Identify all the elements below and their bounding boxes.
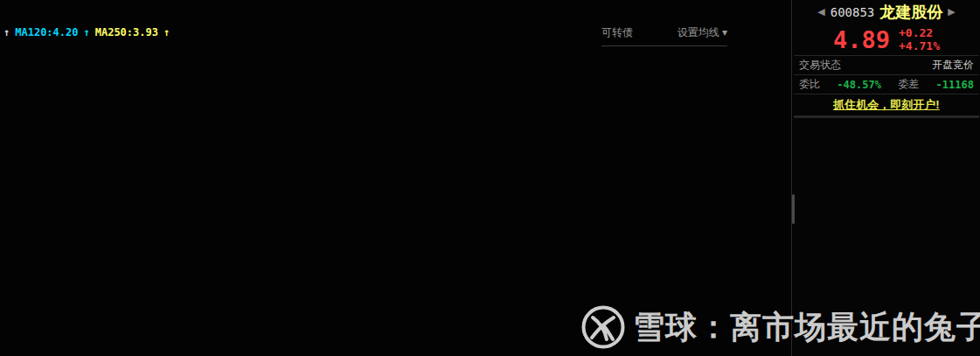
convertible-bond-link[interactable]: 可转债 [601, 25, 633, 40]
weibi-value: -48.57% [837, 79, 881, 91]
up-arrow-icon: ↑ [163, 26, 170, 38]
ma250-label: MA250:3.93 [95, 26, 158, 38]
trade-status-value: 开盘竞价 [932, 58, 974, 73]
trade-status-label: 交易状态 [799, 58, 841, 73]
chart-sub-links: 可转债 设置均线 ▾ [601, 25, 727, 46]
panel-scrollbar[interactable] [792, 194, 795, 224]
stock-app-window: ↑ MA120:4.20 ↑ MA250:3.93 ↑ 可转债 设置均线 ▾ ◀… [0, 0, 980, 356]
change-percent: +4.71% [899, 39, 940, 52]
last-price: 4.89 [833, 26, 890, 53]
ma-indicator-row: ↑ MA120:4.20 ↑ MA250:3.93 ↑ [3, 26, 170, 38]
up-arrow-icon: ↑ [3, 26, 10, 38]
weibi-row: 委比 -48.57% 委差 -11168 [792, 75, 980, 94]
price-block: 4.89 +0.22 +4.71% [792, 24, 980, 55]
weibi-label: 委比 [799, 77, 820, 92]
promo-row: 抓住机会，即刻开户! [792, 94, 980, 115]
weicha-label: 委差 [898, 77, 919, 92]
up-arrow-icon: ↑ [83, 26, 89, 38]
stock-header: ◀ 600853 龙建股份 ▶ [792, 0, 980, 24]
open-account-link[interactable]: 抓住机会，即刻开户! [833, 97, 939, 113]
price-change: +0.22 +4.71% [899, 26, 940, 52]
quote-panel: ◀ 600853 龙建股份 ▶ 4.89 +0.22 +4.71% 交易状态 开… [791, 0, 980, 356]
kline-chart[interactable] [0, 0, 791, 356]
weicha-value: -11168 [936, 79, 974, 91]
stock-name: 龙建股份 [879, 2, 942, 23]
prev-stock-button[interactable]: ◀ [817, 6, 824, 17]
next-stock-button[interactable]: ▶ [948, 6, 955, 17]
ma-settings-link[interactable]: 设置均线 ▾ [678, 25, 727, 40]
stock-code: 600853 [831, 5, 875, 19]
change-value: +0.22 [899, 26, 940, 39]
stats-grid [792, 118, 980, 122]
trade-status-row: 交易状态 开盘竞价 [792, 56, 980, 74]
ma120-label: MA120:4.20 [15, 26, 78, 38]
